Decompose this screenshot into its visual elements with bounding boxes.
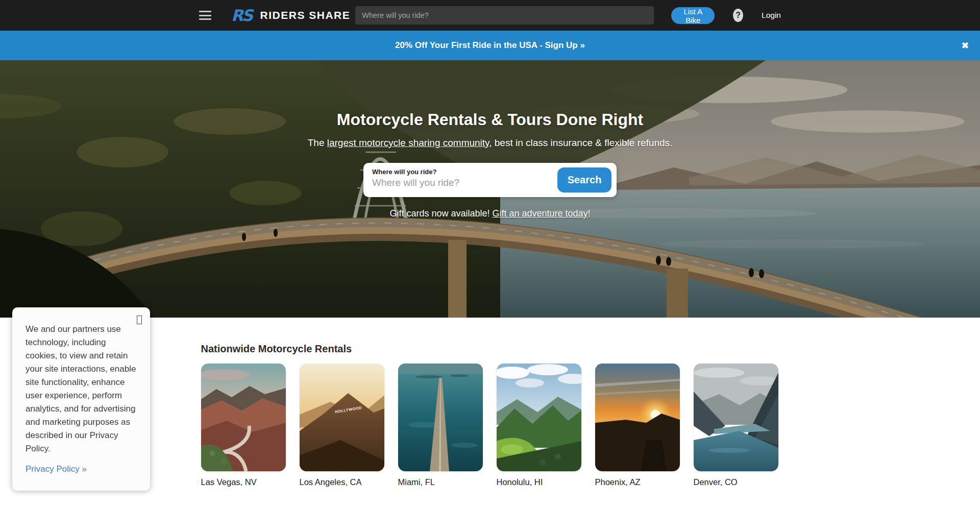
- brand-logo[interactable]: RS RIDERS SHARE: [231, 5, 351, 26]
- brand-name: RIDERS SHARE: [260, 9, 351, 21]
- denver-image: [694, 364, 778, 471]
- gift-adventure-link[interactable]: Gift an adventure today: [492, 208, 587, 219]
- hero-section: Motorcycle Rentals & Tours Done Right Th…: [0, 60, 980, 318]
- city-card-miami[interactable]: Miami, FL: [398, 364, 483, 487]
- city-label: Denver, CO: [694, 477, 778, 487]
- privacy-policy-link[interactable]: Privacy Policy »: [26, 464, 87, 474]
- cookie-consent-popup: We and our partners use technology, incl…: [12, 307, 150, 491]
- search-button[interactable]: Search: [557, 167, 611, 192]
- city-label: Miami, FL: [398, 477, 483, 487]
- hero-search-card: Where will you ride? Search: [363, 163, 617, 197]
- list-a-bike-button[interactable]: List A Bike: [671, 7, 715, 24]
- hero-subtitle-suffix: , best in class insurance & flexible ref…: [489, 137, 672, 148]
- top-navbar: RS RIDERS SHARE List A Bike ? Login: [0, 0, 980, 31]
- promo-banner: 20% Off Your First Ride in the USA - Sig…: [0, 31, 980, 60]
- banner-close-icon[interactable]: ✖: [962, 40, 969, 51]
- hero-subtitle: The largest motorcycle sharing community…: [308, 137, 673, 149]
- city-card-los-angeles[interactable]: HOLLYWOOD Los Angeles, CA: [300, 364, 384, 487]
- section-heading: Nationwide Motorcycle Rentals: [201, 343, 779, 355]
- nav-search-input[interactable]: [355, 6, 654, 25]
- community-link[interactable]: largest motorcycle sharing community: [327, 137, 489, 148]
- city-card-phoenix[interactable]: Phoenix, AZ: [595, 364, 680, 487]
- hero-title: Motorcycle Rentals & Tours Done Right: [337, 110, 643, 129]
- city-label: Honolulu, HI: [497, 477, 581, 487]
- city-card-denver[interactable]: Denver, CO: [694, 364, 778, 487]
- help-icon[interactable]: ?: [733, 9, 743, 22]
- hero-search-input[interactable]: [372, 177, 541, 188]
- city-card-las-vegas[interactable]: Las Vegas, NV: [201, 364, 286, 487]
- los-angeles-image: HOLLYWOOD: [300, 364, 384, 471]
- cookie-close-icon[interactable]: [137, 316, 142, 324]
- nationwide-rentals-section: Nationwide Motorcycle Rentals: [201, 318, 779, 487]
- phoenix-image: [595, 364, 680, 471]
- hero-subtitle-prefix: The: [308, 137, 327, 148]
- svg-text:RS: RS: [231, 6, 254, 25]
- city-label: Las Vegas, NV: [201, 477, 286, 487]
- promo-banner-link[interactable]: 20% Off Your First Ride in the USA - Sig…: [395, 40, 585, 51]
- city-label: Phoenix, AZ: [595, 477, 680, 487]
- miami-image: [398, 364, 483, 471]
- honolulu-image: [497, 364, 581, 471]
- las-vegas-image: [201, 364, 286, 471]
- city-card-honolulu[interactable]: Honolulu, HI: [497, 364, 581, 487]
- cookie-message: We and our partners use technology, incl…: [26, 323, 138, 455]
- login-link[interactable]: Login: [762, 11, 781, 20]
- city-cards-row: Las Vegas, NV HOLLYWOOD Los: [201, 364, 779, 487]
- gift-prefix: Gift cards now available!: [389, 208, 492, 219]
- gift-suffix: !: [588, 208, 591, 219]
- menu-icon[interactable]: [199, 11, 211, 20]
- riders-share-logo-icon: RS: [231, 5, 254, 26]
- city-label: Los Angeles, CA: [300, 477, 384, 487]
- gift-cards-line: Gift cards now available! Gift an advent…: [389, 208, 590, 219]
